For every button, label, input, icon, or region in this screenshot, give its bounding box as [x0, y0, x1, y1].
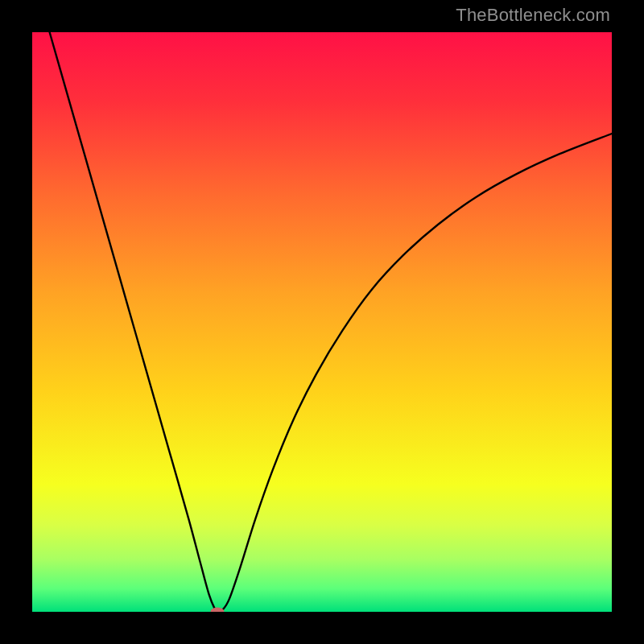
watermark-text: TheBottleneck.com: [456, 5, 610, 26]
svg-rect-0: [32, 32, 612, 612]
chart-frame: TheBottleneck.com: [0, 0, 644, 644]
minimum-marker: [211, 608, 225, 613]
plot-area: [32, 32, 612, 612]
background-gradient: [32, 32, 612, 612]
